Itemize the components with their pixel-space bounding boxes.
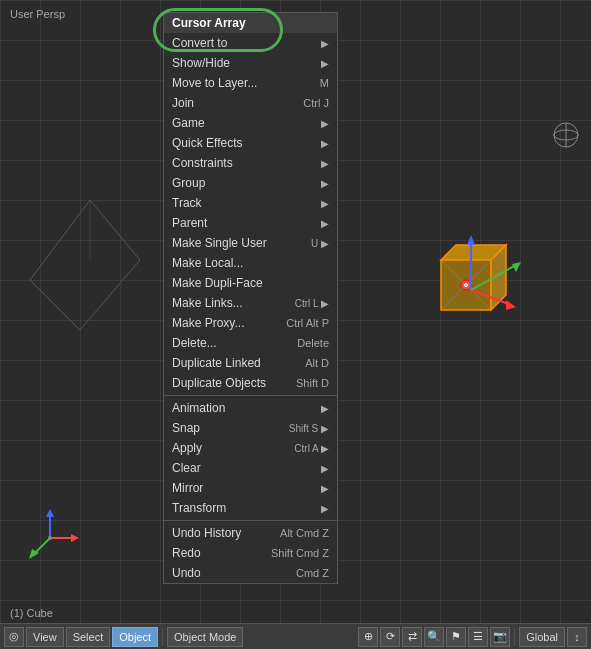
menu-item-mirror[interactable]: Mirror▶: [164, 478, 337, 498]
menu-item-undo-history[interactable]: Undo HistoryAlt Cmd Z: [164, 523, 337, 543]
menu-item-right: ▶: [321, 503, 329, 514]
menu-item-label: Transform: [172, 501, 226, 515]
menu-item-label: Snap: [172, 421, 200, 435]
toolbar-icon-7[interactable]: 📷: [490, 627, 510, 647]
menu-item-label: Delete...: [172, 336, 217, 350]
menu-item-right: Shift Cmd Z: [271, 547, 329, 559]
object-btn[interactable]: Object: [112, 627, 158, 647]
menu-item-transform[interactable]: Transform▶: [164, 498, 337, 518]
menu-item-track[interactable]: Track▶: [164, 193, 337, 213]
menu-item-make-single-user[interactable]: Make Single UserU ▶: [164, 233, 337, 253]
toolbar-sep-2: [514, 628, 515, 646]
menu-item-right: Cmd Z: [296, 567, 329, 579]
menu-item-apply[interactable]: ApplyCtrl A ▶: [164, 438, 337, 458]
menu-separator: [164, 520, 337, 521]
viewport-icon-btn[interactable]: ◎: [4, 627, 24, 647]
menu-item-make-links---[interactable]: Make Links...Ctrl L ▶: [164, 293, 337, 313]
menu-item-parent[interactable]: Parent▶: [164, 213, 337, 233]
menu-item-right: ▶: [321, 38, 329, 49]
toolbar-icon-3[interactable]: ⇄: [402, 627, 422, 647]
menu-item-snap[interactable]: SnapShift S ▶: [164, 418, 337, 438]
menu-item-make-local---[interactable]: Make Local...: [164, 253, 337, 273]
svg-line-24: [90, 200, 140, 260]
svg-marker-16: [71, 534, 79, 542]
axis-indicator: [15, 503, 85, 573]
menu-item-label: Convert to: [172, 36, 227, 50]
menu-item-right: ▶: [321, 463, 329, 474]
view-btn[interactable]: View: [26, 627, 64, 647]
menu-item-label: Make Links...: [172, 296, 243, 310]
menu-item-label: Mirror: [172, 481, 203, 495]
menu-item-clear[interactable]: Clear▶: [164, 458, 337, 478]
menu-item-duplicate-linked[interactable]: Duplicate LinkedAlt D: [164, 353, 337, 373]
menu-item-label: Game: [172, 116, 205, 130]
svg-line-26: [80, 260, 140, 330]
menu-item-right: ▶: [321, 158, 329, 169]
menu-item-label: Undo: [172, 566, 201, 580]
menu-item-move-to-layer---[interactable]: Move to Layer...M: [164, 73, 337, 93]
svg-line-23: [30, 200, 90, 280]
svg-line-9: [471, 290, 511, 305]
menu-item-constraints[interactable]: Constraints▶: [164, 153, 337, 173]
toolbar-icon-2[interactable]: ⟳: [380, 627, 400, 647]
menu-item-right: Ctrl L ▶: [295, 298, 329, 309]
menu-item-quick-effects[interactable]: Quick Effects▶: [164, 133, 337, 153]
menu-item-right: M: [320, 77, 329, 89]
toolbar-icon-5[interactable]: ⚑: [446, 627, 466, 647]
object-mode-btn[interactable]: Object Mode: [167, 627, 243, 647]
menu-item-right: ▶: [321, 138, 329, 149]
context-menu: Cursor ArrayConvert to▶Show/Hide▶Move to…: [163, 12, 338, 584]
toolbar-right: ⊕ ⟳ ⇄ 🔍 ⚑ ☰ 📷 Global ↕: [358, 627, 587, 647]
menu-item-label: Make Local...: [172, 256, 243, 270]
menu-item-label: Duplicate Objects: [172, 376, 266, 390]
select-btn[interactable]: Select: [66, 627, 111, 647]
menu-item-right: ▶: [321, 118, 329, 129]
menu-item-join[interactable]: JoinCtrl J: [164, 93, 337, 113]
bottom-cube-label: (1) Cube: [10, 607, 53, 619]
menu-item-label: Undo History: [172, 526, 241, 540]
menu-item-undo[interactable]: UndoCmd Z: [164, 563, 337, 583]
menu-item-label: Apply: [172, 441, 202, 455]
global-btn[interactable]: Global: [519, 627, 565, 647]
menu-item-delete---[interactable]: Delete...Delete: [164, 333, 337, 353]
menu-item-duplicate-objects[interactable]: Duplicate ObjectsShift D: [164, 373, 337, 393]
orientation-sphere: [551, 120, 581, 150]
svg-marker-10: [506, 300, 516, 310]
menu-item-label: Clear: [172, 461, 201, 475]
menu-item-game[interactable]: Game▶: [164, 113, 337, 133]
menu-item-right: Shift D: [296, 377, 329, 389]
menu-item-label: Make Single User: [172, 236, 267, 250]
menu-item-right: ▶: [321, 218, 329, 229]
menu-item-label: Duplicate Linked: [172, 356, 261, 370]
menu-item-make-dupli-face[interactable]: Make Dupli-Face: [164, 273, 337, 293]
menu-item-label: Constraints: [172, 156, 233, 170]
menu-item-label: Redo: [172, 546, 201, 560]
menu-item-group[interactable]: Group▶: [164, 173, 337, 193]
toolbar-icon-1[interactable]: ⊕: [358, 627, 378, 647]
menu-item-cursor-array: Cursor Array: [164, 13, 337, 33]
menu-item-label: Make Proxy...: [172, 316, 244, 330]
menu-item-make-proxy---[interactable]: Make Proxy...Ctrl Alt P: [164, 313, 337, 333]
menu-item-right: Alt D: [305, 357, 329, 369]
axes-at-cube: [406, 220, 536, 350]
menu-item-label: Quick Effects: [172, 136, 242, 150]
menu-item-label: Parent: [172, 216, 207, 230]
menu-item-animation[interactable]: Animation▶: [164, 398, 337, 418]
menu-item-label: Move to Layer...: [172, 76, 257, 90]
menu-item-label: Cursor Array: [172, 16, 246, 30]
menu-item-convert-to[interactable]: Convert to▶: [164, 33, 337, 53]
menu-item-label: Group: [172, 176, 205, 190]
menu-item-redo[interactable]: RedoShift Cmd Z: [164, 543, 337, 563]
menu-item-show-hide[interactable]: Show/Hide▶: [164, 53, 337, 73]
svg-line-11: [471, 265, 516, 290]
toolbar-icon-4[interactable]: 🔍: [424, 627, 444, 647]
menu-item-right: Ctrl J: [303, 97, 329, 109]
menu-item-label: Animation: [172, 401, 225, 415]
toolbar-sep-1: [162, 628, 163, 646]
menu-item-label: Track: [172, 196, 202, 210]
menu-item-right: ▶: [321, 198, 329, 209]
toolbar-icon-6[interactable]: ☰: [468, 627, 488, 647]
menu-item-right: Alt Cmd Z: [280, 527, 329, 539]
toolbar-icon-8[interactable]: ↕: [567, 627, 587, 647]
bg-geometry: [10, 180, 170, 380]
